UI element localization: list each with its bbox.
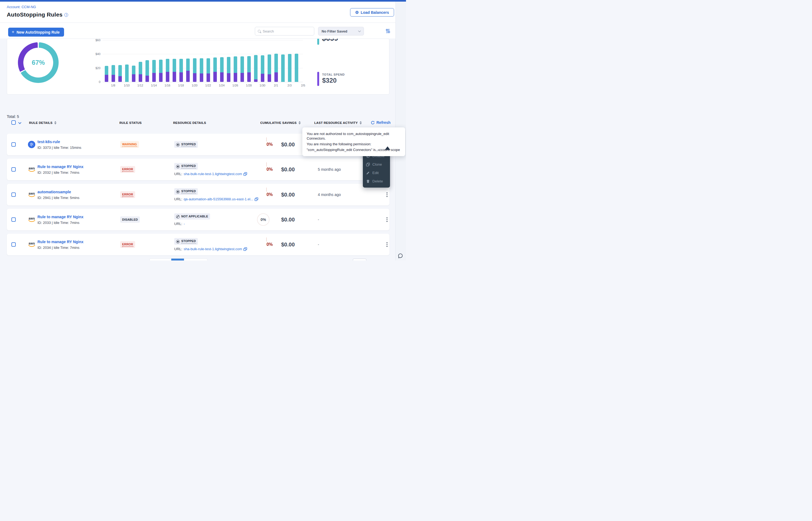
rule-status-badge[interactable]: WARNING: [120, 141, 139, 148]
savings-segment: [132, 66, 135, 74]
filter-panel-icon[interactable]: [385, 29, 390, 35]
stacked-bar[interactable]: [268, 54, 271, 82]
row-checkbox[interactable]: [12, 242, 16, 247]
stacked-bar[interactable]: [125, 65, 129, 82]
resource-state-badge[interactable]: STOPPED: [174, 238, 198, 245]
stacked-bar[interactable]: [247, 56, 251, 82]
stacked-bar[interactable]: [240, 56, 244, 82]
resource-state-badge[interactable]: STOPPED: [174, 141, 198, 148]
row-menu-button[interactable]: [385, 191, 389, 198]
table-row[interactable]: aws Rule to manage RY Nginx ID: 2033 | I…: [7, 209, 389, 230]
stacked-bar[interactable]: [213, 58, 217, 82]
stacked-bar[interactable]: [281, 54, 285, 82]
row-menu-button[interactable]: [385, 216, 389, 223]
y-axis-tick-label: $40: [89, 52, 101, 55]
rule-status-badge[interactable]: ERROR: [120, 191, 135, 198]
sort-icon[interactable]: [360, 121, 362, 124]
stacked-bar[interactable]: [159, 60, 163, 82]
stacked-bar[interactable]: [152, 60, 156, 82]
rule-status-badge[interactable]: ERROR: [120, 241, 135, 248]
rule-status-badge[interactable]: DISABLED: [120, 217, 140, 223]
row-checkbox[interactable]: [12, 142, 16, 146]
stacked-bar[interactable]: [166, 59, 169, 82]
resource-url-link[interactable]: sha-bulk-rule-test-1.lightwingtest.com: [184, 172, 242, 176]
chat-help-icon[interactable]: [397, 253, 404, 260]
refresh-button[interactable]: Refresh: [371, 120, 390, 125]
x-axis-tick-label: 1/26: [230, 84, 240, 87]
stacked-bar[interactable]: [261, 55, 264, 82]
stacked-bar[interactable]: [118, 65, 122, 82]
resource-state-badge[interactable]: STOPPED: [174, 163, 198, 170]
resource-state-badge[interactable]: NOT APPLICABLE: [174, 213, 210, 220]
stacked-bar[interactable]: [179, 59, 183, 82]
savings-segment: [186, 59, 190, 71]
rule-name-link[interactable]: Rule to manage RY Nginx: [38, 240, 84, 244]
select-all-checkbox[interactable]: [12, 120, 16, 125]
stacked-bar[interactable]: [207, 58, 210, 82]
select-menu-chevron-icon[interactable]: [18, 121, 21, 124]
info-icon[interactable]: i: [64, 13, 68, 17]
row-checkbox[interactable]: [12, 167, 16, 172]
copy-icon[interactable]: [255, 197, 258, 201]
table-row[interactable]: aws automationsample ID: 2941 | Idle Tim…: [7, 184, 389, 205]
load-balancers-button[interactable]: ⚙Load Balancers: [350, 8, 394, 17]
x-axis-tick-label: 1/14: [149, 84, 159, 87]
stacked-bar[interactable]: [193, 58, 196, 82]
new-autostopping-rule-button[interactable]: +New AutoStopping Rule: [8, 28, 64, 37]
spend-segment: [111, 75, 115, 82]
stacked-bar[interactable]: [288, 54, 292, 82]
rule-name-link[interactable]: Rule to manage RY Nginx: [38, 164, 84, 169]
menu-item-delete[interactable]: Delete: [363, 177, 390, 185]
stacked-bar[interactable]: [146, 60, 149, 82]
column-rule-details[interactable]: RULE DETAILS: [29, 121, 57, 124]
table-total-count: Total: 5: [7, 114, 19, 119]
account-breadcrumb[interactable]: Account: CCM-NG: [7, 5, 36, 9]
table-row[interactable]: aws Rule to manage RY Nginx ID: 2034 | I…: [7, 234, 389, 255]
pagination-current-page[interactable]: [171, 258, 184, 260]
stacked-bar[interactable]: [274, 54, 278, 82]
rule-meta: ID: 3373 | Idle Time: 15mins: [38, 145, 81, 150]
resource-url-link[interactable]: qa-automation-alb-515563988.us-east-1.el…: [184, 197, 254, 201]
total-spend-stat-bar: [317, 72, 319, 86]
rule-name-link[interactable]: Rule to manage RY Nginx: [38, 215, 84, 219]
edit-icon: [366, 171, 370, 175]
rule-status-badge[interactable]: ERROR: [120, 166, 135, 173]
savings-percent: 0%: [259, 242, 273, 247]
stacked-bar[interactable]: [234, 56, 237, 82]
stacked-bar[interactable]: [173, 59, 176, 82]
row-checkbox[interactable]: [12, 192, 16, 197]
stacked-bar[interactable]: [200, 58, 203, 82]
resource-state-badge[interactable]: STOPPED: [174, 188, 198, 195]
stacked-bar[interactable]: [139, 62, 142, 82]
pagination-bar[interactable]: [149, 258, 208, 260]
row-menu-button[interactable]: [385, 241, 389, 248]
stacked-bar[interactable]: [186, 59, 190, 82]
search-box[interactable]: [255, 27, 314, 36]
sort-icon[interactable]: [54, 121, 57, 124]
row-checkbox[interactable]: [12, 218, 16, 222]
page-size-selector[interactable]: [353, 258, 366, 260]
copy-icon[interactable]: [243, 247, 247, 251]
search-input[interactable]: [263, 29, 311, 33]
copy-icon[interactable]: [243, 172, 247, 176]
resource-url-link[interactable]: -: [184, 222, 185, 226]
stacked-bar[interactable]: [132, 66, 135, 82]
stacked-bar[interactable]: [254, 55, 258, 82]
table-row[interactable]: aws Rule to manage RY Nginx ID: 2032 | I…: [7, 159, 389, 180]
stacked-bar[interactable]: [227, 57, 230, 82]
stacked-bar[interactable]: [295, 54, 298, 82]
stacked-bar[interactable]: [111, 65, 115, 82]
sort-icon[interactable]: [299, 121, 301, 124]
stacked-bar[interactable]: [105, 66, 108, 82]
x-axis-tick-label: 2/1: [271, 84, 281, 87]
stacked-bar[interactable]: [220, 57, 223, 82]
rule-name-link[interactable]: test-k8s-rule: [38, 140, 81, 144]
column-last-resource-activity[interactable]: LAST RESOURCE ACTIVITY: [314, 121, 362, 124]
menu-item-edit[interactable]: Edit: [363, 168, 390, 177]
autostopping-rules-page: Account: CCM-NG AutoStopping Rulesi ⚙Loa…: [0, 0, 406, 260]
column-cumulative-savings[interactable]: CUMULATIVE SAVINGS: [260, 121, 301, 124]
resource-url-link[interactable]: sha-bulk-rule-test-1.lightwingtest.com: [184, 247, 242, 251]
rule-name-link[interactable]: automationsample: [38, 190, 79, 194]
menu-item-clone[interactable]: Clone: [363, 160, 390, 168]
saved-filter-dropdown[interactable]: No Filter Saved: [318, 27, 364, 36]
